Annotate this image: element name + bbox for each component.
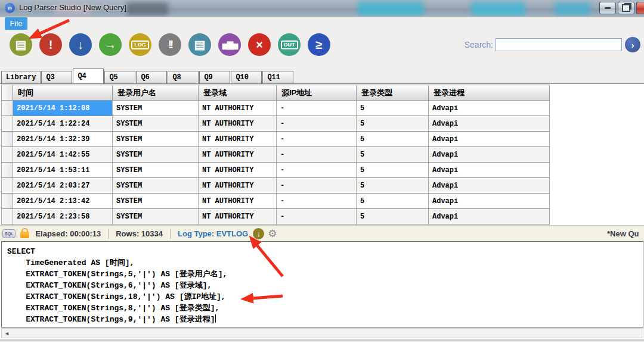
- horizontal-scrollbar[interactable]: ◄: [1, 328, 643, 338]
- table-cell[interactable]: -: [277, 116, 357, 132]
- table-cell[interactable]: NT AUTHORITY: [199, 194, 277, 209]
- table-cell[interactable]: SYSTEM: [113, 178, 199, 194]
- table-cell[interactable]: 5: [357, 132, 429, 147]
- column-header[interactable]: 时间: [13, 85, 113, 101]
- column-header[interactable]: 登录用户名: [113, 85, 199, 101]
- exclamation-icon[interactable]: !: [39, 33, 62, 56]
- table-cell[interactable]: NT AUTHORITY: [199, 209, 277, 224]
- table-cell[interactable]: Advapi: [429, 194, 550, 209]
- table-cell[interactable]: 2021/5/14 2:13:42: [13, 194, 113, 209]
- column-header[interactable]: 登录域: [199, 85, 277, 101]
- search-input[interactable]: [496, 38, 622, 51]
- table-cell[interactable]: NT AUTHORITY: [199, 178, 277, 194]
- table-cell[interactable]: SYSTEM: [113, 209, 199, 224]
- table-cell[interactable]: 2021/5/14 1:53:11: [13, 163, 113, 178]
- new-query-icon[interactable]: ▤: [10, 33, 32, 56]
- gear-icon[interactable]: ⚙: [268, 227, 277, 240]
- tab-q4[interactable]: Q4: [73, 68, 104, 83]
- query-name-label: *New Qu: [607, 229, 644, 238]
- run-arrow-icon[interactable]: →: [99, 33, 122, 56]
- table-cell[interactable]: NT AUTHORITY: [199, 132, 277, 147]
- row-selector-cell[interactable]: [2, 101, 13, 116]
- open-log-folder-icon[interactable]: LOG: [129, 33, 151, 56]
- column-header[interactable]: 源IP地址: [277, 85, 357, 101]
- row-selector-cell[interactable]: [2, 194, 13, 209]
- table-cell[interactable]: -: [277, 101, 357, 116]
- table-cell[interactable]: Advapi: [429, 132, 550, 147]
- table-cell[interactable]: -: [277, 132, 357, 147]
- column-header[interactable]: 登录类型: [357, 85, 429, 101]
- output-folder-icon-glyph: OUT: [281, 40, 298, 49]
- table-cell[interactable]: NT AUTHORITY: [199, 163, 277, 178]
- table-cell[interactable]: 2021/5/14 1:42:55: [13, 147, 113, 163]
- tab-library[interactable]: Library: [1, 71, 41, 83]
- tab-q9[interactable]: Q9: [199, 71, 230, 83]
- table-cell[interactable]: 5: [357, 116, 429, 132]
- minimize-button[interactable]: [599, 2, 616, 14]
- table-cell[interactable]: NT AUTHORITY: [199, 147, 277, 163]
- row-selector-cell[interactable]: [2, 116, 13, 132]
- tab-q8[interactable]: Q8: [168, 71, 199, 83]
- tab-q6[interactable]: Q6: [136, 71, 167, 83]
- table-cell[interactable]: 5: [357, 209, 429, 224]
- maximize-button[interactable]: [618, 2, 634, 14]
- search-go-button[interactable]: ›: [625, 37, 640, 52]
- log-type-dropdown-button[interactable]: ↓: [253, 228, 264, 239]
- table-cell[interactable]: 2021/5/14 1:32:39: [13, 132, 113, 147]
- row-selector-cell[interactable]: [2, 209, 13, 224]
- table-cell[interactable]: -: [277, 163, 357, 178]
- row-selector-cell[interactable]: [2, 163, 13, 178]
- row-selector-cell[interactable]: [2, 132, 13, 147]
- table-cell[interactable]: Advapi: [429, 209, 550, 224]
- table-cell[interactable]: SYSTEM: [113, 101, 199, 116]
- table-cell[interactable]: Advapi: [429, 163, 550, 178]
- table-cell[interactable]: SYSTEM: [113, 132, 199, 147]
- double-exclamation-icon[interactable]: !!: [159, 33, 181, 56]
- table-cell[interactable]: -: [277, 194, 357, 209]
- table-cell[interactable]: Advapi: [429, 116, 550, 132]
- tab-q3[interactable]: Q3: [41, 71, 72, 83]
- table-cell[interactable]: 2021/5/14 1:12:08: [13, 101, 113, 116]
- table-cell[interactable]: SYSTEM: [113, 116, 199, 132]
- glass-blob: [358, 2, 423, 16]
- table-cell[interactable]: Advapi: [429, 178, 550, 194]
- chevron-right-icon: ›: [631, 40, 634, 50]
- tab-q10[interactable]: Q10: [231, 71, 262, 83]
- table-cell[interactable]: Advapi: [429, 147, 550, 163]
- download-arrow-icon[interactable]: ↓: [69, 33, 92, 56]
- table-cell[interactable]: SYSTEM: [113, 163, 199, 178]
- table-cell[interactable]: 5: [357, 147, 429, 163]
- table-cell[interactable]: NT AUTHORITY: [199, 101, 277, 116]
- tab-q11[interactable]: Q11: [262, 71, 293, 83]
- chart-icon[interactable]: ▅▇▅: [218, 33, 241, 56]
- table-cell[interactable]: -: [277, 178, 357, 194]
- row-selector-cell[interactable]: [2, 147, 13, 163]
- query-document-icon[interactable]: ▤: [188, 33, 211, 56]
- table-cell[interactable]: 5: [357, 178, 429, 194]
- column-header[interactable]: 登录进程: [429, 85, 550, 101]
- output-folder-icon[interactable]: OUT: [278, 33, 301, 56]
- table-cell[interactable]: 2021/5/14 1:22:24: [13, 116, 113, 132]
- table-cell[interactable]: SYSTEM: [113, 147, 199, 163]
- table-cell[interactable]: 5: [357, 163, 429, 178]
- table-cell[interactable]: -: [277, 147, 357, 163]
- row-selector-cell[interactable]: [2, 178, 13, 194]
- window-bottom-border: [0, 339, 644, 342]
- table-cell[interactable]: SYSTEM: [113, 194, 199, 209]
- close-button[interactable]: [636, 2, 644, 14]
- file-menu[interactable]: File: [5, 17, 27, 30]
- lock-icon[interactable]: [20, 232, 29, 238]
- table-cell[interactable]: 2021/5/14 2:23:58: [13, 209, 113, 224]
- cancel-x-icon[interactable]: ×: [248, 33, 271, 56]
- scroll-left-arrow-icon[interactable]: ◄: [4, 330, 10, 336]
- table-cell[interactable]: 5: [357, 101, 429, 116]
- sql-editor[interactable]: SELECT TimeGenerated AS [时间], EXTRACT_TO…: [1, 241, 643, 328]
- table-cell[interactable]: -: [277, 209, 357, 224]
- table-cell[interactable]: NT AUTHORITY: [199, 116, 277, 132]
- table-cell[interactable]: Advapi: [429, 101, 550, 116]
- powershell-icon[interactable]: ≥: [308, 33, 330, 56]
- row-selector-header[interactable]: [2, 85, 13, 101]
- tab-q5[interactable]: Q5: [104, 71, 135, 83]
- table-cell[interactable]: 2021/5/14 2:03:27: [13, 178, 113, 194]
- table-cell[interactable]: 5: [357, 194, 429, 209]
